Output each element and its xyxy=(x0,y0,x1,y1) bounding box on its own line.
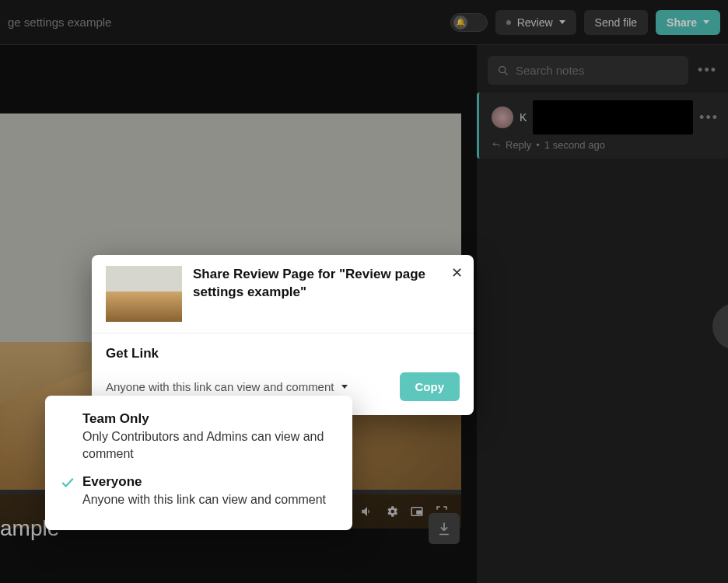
check-icon xyxy=(61,477,75,491)
permission-option-title: Team Only xyxy=(82,411,337,427)
permission-option-desc: Anyone with this link can view and comme… xyxy=(82,491,337,508)
permission-option-team-only[interactable]: Team Only Only Contributors and Admins c… xyxy=(61,407,337,470)
share-dialog-title: Share Review Page for "Review page setti… xyxy=(193,266,460,302)
close-icon[interactable]: ✕ xyxy=(451,264,463,281)
permission-option-title: Everyone xyxy=(82,474,337,490)
share-thumbnail xyxy=(106,266,182,322)
permission-option-everyone[interactable]: Everyone Anyone with this link can view … xyxy=(61,470,337,516)
share-dialog-header: Share Review Page for "Review page setti… xyxy=(92,255,474,333)
chevron-down-icon xyxy=(341,385,348,389)
get-link-heading: Get Link xyxy=(106,346,460,361)
share-dialog: Share Review Page for "Review page setti… xyxy=(92,255,474,415)
permission-summary: Anyone with this link can view and comme… xyxy=(106,380,334,393)
permission-popover: Team Only Only Contributors and Admins c… xyxy=(45,396,352,530)
copy-link-button[interactable]: Copy xyxy=(400,372,460,401)
permission-option-desc: Only Contributors and Admins can view an… xyxy=(82,428,337,462)
permission-dropdown[interactable]: Anyone with this link can view and comme… xyxy=(106,380,348,393)
